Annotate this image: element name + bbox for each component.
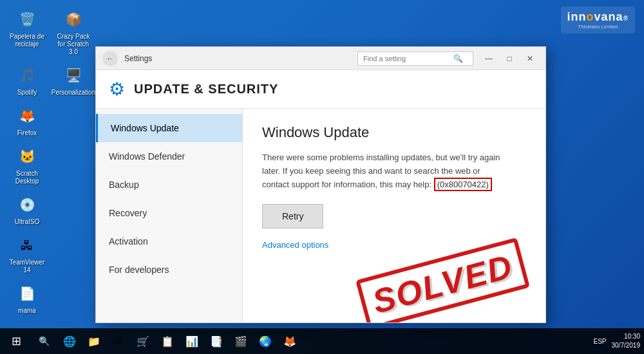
taskbar-icon-chrome[interactable]: 🌏 [254,330,277,353]
crazy-pack-label: Crazy Pack for Scratch 3.0 [54,33,93,56]
spotify-label: Spotify [17,89,37,97]
taskbar-tray: ESP [588,338,611,345]
desktop-icon-ultraiso[interactable]: 💿 UltraISO [5,191,49,228]
taskbar-icon-firefox-task[interactable]: 🦊 [278,330,301,353]
taskbar-time-value: 10:30 [612,332,641,341]
teamviewer-icon: 🖧 [15,234,39,257]
desktop-icon-personalization[interactable]: 🖥️ Personalization [52,61,95,99]
sidebar: Windows Update Windows Defender Backup R… [96,109,243,322]
innovana-logo: innovana® Thinklabs Limited [561,6,635,33]
sidebar-item-windows-defender[interactable]: Windows Defender [96,142,242,171]
window-search-container[interactable]: 🔍 [357,51,473,66]
start-button[interactable]: ⊞ [0,328,32,354]
sidebar-item-for-developers[interactable]: For developers [96,256,242,284]
firefox-label: Firefox [17,129,37,137]
search-icon: 🔍 [453,54,463,63]
settings-window: ← Settings 🔍 — □ ✕ ⚙ UPDATE & SECURITY W… [95,46,546,323]
taskbar-icon-excel[interactable]: 📊 [180,330,204,353]
main-content: Windows Update There were some problems … [243,109,545,322]
desktop: 🗑️ Papelera de reciclaje 📦 Crazy Pack fo… [0,0,644,354]
sidebar-item-activation[interactable]: Activation [96,227,242,256]
recycle-icon: 🗑️ [15,8,39,31]
language-indicator: ESP [593,338,606,345]
taskbar-icon-edge[interactable]: 🌐 [58,330,81,353]
taskbar-date-value: 30/7/2019 [612,341,641,350]
desktop-icon-mama[interactable]: 📄 mama [5,279,49,317]
taskbar-pinned-icons: 🌐 📁 ✉ 🛒 📋 📊 📑 🎬 🌏 🦊 [55,330,588,353]
maximize-button[interactable]: □ [500,52,518,65]
taskbar-icon-media[interactable]: 🎬 [229,330,252,353]
retry-button[interactable]: Retry [262,204,323,228]
ultraiso-label: UltraISO [15,218,39,226]
personalization-label: Personalization [52,89,95,97]
settings-body: Windows Update Windows Defender Backup R… [96,109,545,322]
desktop-icon-crazy-pack[interactable]: 📦 Crazy Pack for Scratch 3.0 [52,5,95,59]
back-button[interactable]: ← [102,51,118,66]
title-bar-nav: ← [102,51,118,66]
ultraiso-icon: 💿 [15,193,39,216]
minimize-button[interactable]: — [480,52,498,65]
taskbar-icon-store[interactable]: 🛒 [131,330,155,353]
desktop-icon-spotify[interactable]: 🎵 Spotify [5,61,49,99]
taskbar-icon-explorer[interactable]: 📁 [82,330,106,353]
error-description: There were some problems installing upda… [262,151,507,191]
taskbar: ⊞ 🔍 🌐 📁 ✉ 🛒 📋 📊 📑 🎬 🌏 🦊 ESP 10:30 30/7/2… [0,328,644,354]
taskbar-search-button[interactable]: 🔍 [32,328,55,354]
window-controls: — □ ✕ [480,52,539,65]
logo-subtitle: Thinklabs Limited [567,24,629,30]
desktop-icon-scratch[interactable]: 🐱 Scratch Desktop [5,142,49,188]
settings-section-title: UPDATE & SECURITY [134,82,278,97]
page-title: Windows Update [262,124,526,141]
sidebar-item-recovery[interactable]: Recovery [96,199,242,227]
taskbar-icon-pdf[interactable]: 📑 [205,330,228,353]
settings-header: ⚙ UPDATE & SECURITY [96,70,545,109]
desktop-icons: 🗑️ Papelera de reciclaje 📦 Crazy Pack fo… [5,5,95,317]
desktop-icon-teamviewer[interactable]: 🖧 TeamViewer 14 [5,231,49,277]
desktop-icon-firefox[interactable]: 🦊 Firefox [5,102,49,140]
window-title: Settings [124,54,357,63]
firefox-icon: 🦊 [15,104,39,127]
desktop-icon-recycle[interactable]: 🗑️ Papelera de reciclaje [5,5,49,59]
scratch-icon: 🐱 [15,145,39,168]
crazy-pack-icon: 📦 [62,8,85,31]
close-button[interactable]: ✕ [521,52,539,65]
scratch-label: Scratch Desktop [8,170,46,185]
sidebar-item-windows-update[interactable]: Windows Update [96,114,242,142]
personalization-icon: 🖥️ [62,64,85,87]
error-code: (0x80070422) [434,178,492,191]
spotify-icon: 🎵 [15,64,39,87]
window-search-input[interactable] [363,55,453,62]
taskbar-icon-task-view[interactable]: 📋 [156,330,179,353]
mama-icon: 📄 [15,282,39,305]
gear-icon: ⚙ [109,79,125,100]
recycle-label: Papelera de reciclaje [8,33,46,48]
sidebar-item-backup[interactable]: Backup [96,171,242,199]
solved-stamp: SOLVED [355,238,530,322]
taskbar-clock: 10:30 30/7/2019 [612,332,645,350]
mama-label: mama [18,307,36,315]
advanced-options-link[interactable]: Advanced options [262,240,328,250]
teamviewer-label: TeamViewer 14 [8,259,46,274]
taskbar-icon-mail[interactable]: ✉ [107,330,130,353]
logo-text: innovana® [567,10,629,24]
title-bar: ← Settings 🔍 — □ ✕ [96,47,545,70]
